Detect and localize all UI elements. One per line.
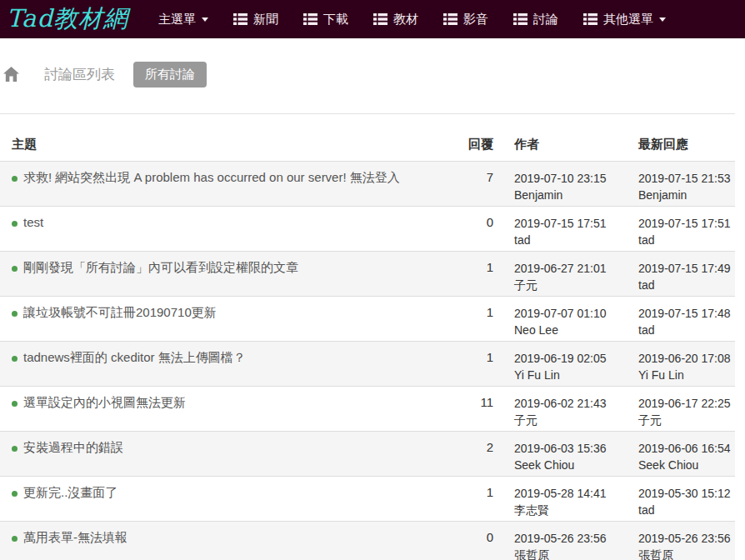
topic-link[interactable]: test xyxy=(23,215,43,229)
nav-item-forum[interactable]: 討論 xyxy=(513,12,558,28)
main-navigation: 主選單新聞下載教材影音討論其他選單 xyxy=(158,12,666,28)
author-name: Seek Chiou xyxy=(514,457,631,473)
latest-date: 2019-07-15 17:49 xyxy=(638,260,735,277)
latest-name: tad xyxy=(638,232,735,248)
section-divider xyxy=(0,113,735,114)
breadcrumb-forum-list-link[interactable]: 討論區列表 xyxy=(44,65,115,84)
latest-name: tad xyxy=(638,502,735,518)
reply-count: 11 xyxy=(467,387,493,432)
latest-date: 2019-07-15 17:51 xyxy=(638,215,735,232)
topic-link[interactable]: 萬用表單-無法填報 xyxy=(23,530,128,544)
topic-status-icon xyxy=(12,536,18,542)
author-name: tad xyxy=(514,232,631,248)
author-name: 子元 xyxy=(514,412,631,428)
column-header-author: 作者 xyxy=(493,122,631,162)
column-header-latest: 最新回應 xyxy=(631,122,735,162)
column-header-replies: 回覆 xyxy=(467,122,493,162)
author-name: Benjamin xyxy=(514,187,631,203)
nav-item-video[interactable]: 影音 xyxy=(443,12,488,28)
latest-date: 2019-06-20 17:08 xyxy=(638,350,735,367)
topic-link[interactable]: 選單設定內的小視圖無法更新 xyxy=(23,395,186,409)
table-row: 剛剛發現「所有討論」內可以看到設定權限的文章12019-06-27 21:01子… xyxy=(0,252,735,297)
topic-link[interactable]: 安裝過程中的錯誤 xyxy=(23,440,123,454)
author-date: 2019-07-10 23:15 xyxy=(514,170,631,187)
nav-item-textbook[interactable]: 教材 xyxy=(373,12,418,28)
column-header-topic: 主題 xyxy=(0,122,467,162)
nav-item-other-menu[interactable]: 其他選單 xyxy=(583,12,666,28)
nav-item-news[interactable]: 新聞 xyxy=(233,12,278,28)
latest-date: 2019-06-06 16:54 xyxy=(638,440,735,457)
topic-status-icon xyxy=(12,176,18,182)
topic-link[interactable]: 讓垃圾帳號不可註冊20190710更新 xyxy=(23,305,217,319)
nav-item-main-menu[interactable]: 主選單 xyxy=(158,12,208,28)
topic-table: 主題 回覆 作者 最新回應 求救! 網站突然出現 A problem has o… xyxy=(0,122,735,560)
topic-link[interactable]: 求救! 網站突然出現 A problem has occurred on our… xyxy=(23,170,400,184)
table-row: 讓垃圾帳號不可註冊20190710更新12019-07-07 01:10Neo … xyxy=(0,297,735,342)
top-navbar: Tad教材網 主選單新聞下載教材影音討論其他選單 xyxy=(0,0,745,38)
author-date: 2019-07-15 17:51 xyxy=(514,215,631,232)
topic-status-icon xyxy=(12,491,18,497)
topic-table-body: 求救! 網站突然出現 A problem has occurred on our… xyxy=(0,162,735,560)
table-row: 選單設定內的小視圖無法更新112019-06-02 21:43子元2019-06… xyxy=(0,387,735,432)
author-name: Neo Lee xyxy=(514,322,631,338)
nav-item-download[interactable]: 下載 xyxy=(303,12,348,28)
latest-name: 子元 xyxy=(638,412,735,428)
author-date: 2019-06-03 15:36 xyxy=(514,440,631,457)
author-date: 2019-07-07 01:10 xyxy=(514,305,631,322)
latest-date: 2019-07-15 17:48 xyxy=(638,305,735,322)
reply-count: 0 xyxy=(467,207,493,252)
author-date: 2019-06-02 21:43 xyxy=(514,395,631,412)
latest-date: 2019-05-30 15:12 xyxy=(638,485,735,502)
table-header-row: 主題 回覆 作者 最新回應 xyxy=(0,122,735,162)
caret-down-icon xyxy=(202,18,208,22)
nav-item-label: 教材 xyxy=(393,12,418,28)
list-icon xyxy=(443,13,458,25)
list-icon xyxy=(513,13,528,25)
table-row: 安裝過程中的錯誤22019-06-03 15:36Seek Chiou2019-… xyxy=(0,432,735,477)
topic-status-icon xyxy=(12,446,18,452)
reply-count: 0 xyxy=(467,522,493,560)
list-icon xyxy=(303,13,318,25)
topic-link[interactable]: 更新完..沒畫面了 xyxy=(23,485,118,499)
reply-count: 1 xyxy=(467,252,493,297)
breadcrumb: 討論區列表 所有討論 xyxy=(2,57,745,92)
latest-name: 張哲原 xyxy=(638,547,735,560)
topic-link[interactable]: 剛剛發現「所有討論」內可以看到設定權限的文章 xyxy=(23,260,298,274)
breadcrumb-current-badge[interactable]: 所有討論 xyxy=(133,62,207,88)
topic-status-icon xyxy=(12,311,18,317)
author-date: 2019-06-19 02:05 xyxy=(514,350,631,367)
reply-count: 1 xyxy=(467,297,493,342)
topic-link[interactable]: tadnews裡面的 ckeditor 無法上傳圖檔？ xyxy=(23,350,246,364)
latest-date: 2019-07-15 21:53 xyxy=(638,170,735,187)
table-row: 更新完..沒畫面了12019-05-28 14:41李志賢2019-05-30 … xyxy=(0,477,735,522)
nav-item-label: 主選單 xyxy=(158,12,196,28)
table-row: 求救! 網站突然出現 A problem has occurred on our… xyxy=(0,162,735,207)
nav-item-label: 影音 xyxy=(463,12,488,28)
nav-item-label: 新聞 xyxy=(253,12,278,28)
latest-name: Seek Chiou xyxy=(638,457,735,473)
table-row: tadnews裡面的 ckeditor 無法上傳圖檔？12019-06-19 0… xyxy=(0,342,735,387)
author-date: 2019-05-26 23:56 xyxy=(514,530,631,547)
site-logo[interactable]: Tad教材網 xyxy=(7,2,128,36)
topic-status-icon xyxy=(12,401,18,407)
caret-down-icon xyxy=(659,18,666,22)
topic-status-icon xyxy=(12,266,18,272)
author-name: Yi Fu Lin xyxy=(514,367,631,383)
latest-date: 2019-06-17 22:25 xyxy=(638,395,735,412)
nav-item-label: 下載 xyxy=(323,12,348,28)
author-name: 子元 xyxy=(514,277,631,293)
nav-item-label: 其他選單 xyxy=(603,12,653,28)
topic-status-icon xyxy=(12,221,18,227)
nav-item-label: 討論 xyxy=(533,12,558,28)
author-name: 張哲原 xyxy=(514,547,631,560)
reply-count: 7 xyxy=(467,162,493,207)
home-icon[interactable] xyxy=(3,67,19,82)
latest-date: 2019-05-26 23:56 xyxy=(638,530,735,547)
latest-name: Yi Fu Lin xyxy=(638,367,735,383)
reply-count: 1 xyxy=(467,342,493,387)
topic-status-icon xyxy=(12,356,18,362)
latest-name: tad xyxy=(638,277,735,293)
list-icon xyxy=(583,13,598,25)
author-date: 2019-06-27 21:01 xyxy=(514,260,631,277)
author-name: 李志賢 xyxy=(514,502,631,518)
